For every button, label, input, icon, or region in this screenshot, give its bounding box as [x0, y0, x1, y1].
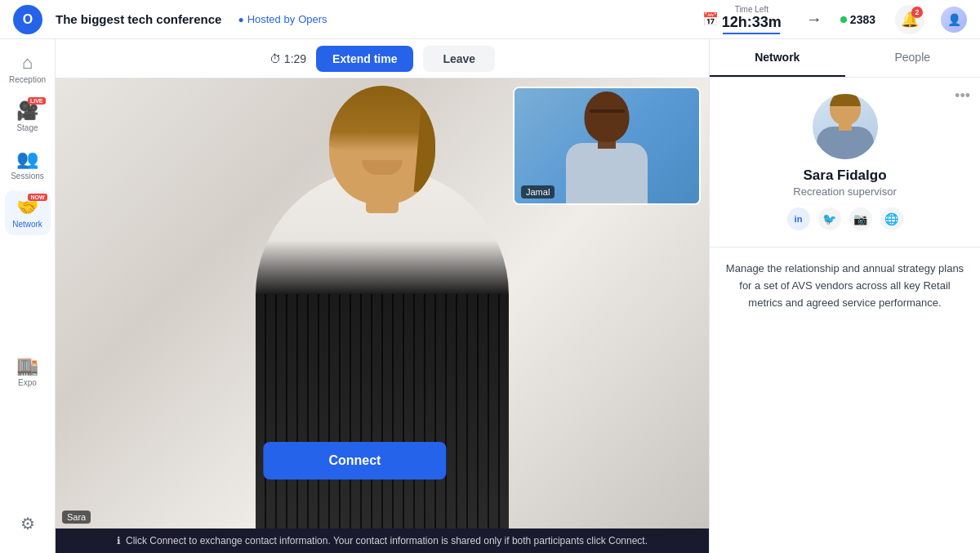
- connect-button[interactable]: Connect: [263, 442, 446, 479]
- time-value: 12h:33m: [722, 14, 782, 31]
- timer-display: ⏱ 1:29: [270, 52, 306, 65]
- app-logo[interactable]: O: [13, 5, 42, 34]
- sidebar-item-bottom1[interactable]: ⚙: [5, 507, 51, 540]
- timer-icon: ⏱: [270, 52, 281, 65]
- calendar-icon: 📅: [702, 11, 719, 27]
- sidebar-item-network[interactable]: NOW 🤝 Network: [5, 190, 51, 235]
- expo-icon: 🏬: [16, 355, 38, 377]
- video-container: Sara: [56, 78, 709, 528]
- sidebar-item-stage[interactable]: LIVE 🎥 Stage: [5, 94, 51, 139]
- panel-tabs: Network People: [710, 39, 980, 78]
- profile-card: ••• Sara Fidal: [710, 78, 980, 248]
- hosted-by: ● Hosted by Opers: [238, 13, 327, 25]
- calendar-section: 📅 Time Left 12h:33m: [702, 5, 788, 34]
- timer-value: 1:29: [284, 52, 306, 65]
- website-link[interactable]: 🌐: [880, 207, 903, 230]
- online-count: 2383: [840, 13, 875, 26]
- left-sidebar: ⌂ Reception LIVE 🎥 Stage 👥 Sessions NOW …: [0, 39, 56, 553]
- profile-more-button[interactable]: •••: [955, 87, 970, 105]
- host-icon: ●: [238, 14, 243, 25]
- online-dot: [840, 16, 847, 23]
- jamal-label: Jamal: [521, 185, 555, 198]
- sara-label: Sara: [62, 511, 91, 524]
- profile-avatar: [813, 94, 878, 159]
- notification-badge: 2: [911, 7, 923, 18]
- leave-button[interactable]: Leave: [423, 46, 495, 72]
- info-text: Click Connect to exchange contact inform…: [126, 535, 648, 546]
- sidebar-item-expo[interactable]: 🏬 Expo: [5, 349, 51, 394]
- notification-button[interactable]: 🔔 2: [895, 5, 924, 34]
- connect-overlay: Connect: [263, 442, 446, 479]
- right-panel: Network People •••: [709, 39, 980, 553]
- twitter-link[interactable]: 🐦: [818, 207, 841, 230]
- reception-icon: ⌂: [22, 52, 33, 74]
- profile-name: Sara Fidalgo: [803, 167, 886, 184]
- live-badge: LIVE: [28, 97, 46, 105]
- sidebar-label-network: Network: [12, 220, 42, 229]
- profile-bio: Manage the relationship and annual strat…: [710, 248, 980, 324]
- video-top-bar: ⏱ 1:29 Extend time Leave: [56, 39, 709, 78]
- main-layout: ⌂ Reception LIVE 🎥 Stage 👥 Sessions NOW …: [0, 39, 980, 553]
- instagram-link[interactable]: 📷: [849, 207, 872, 230]
- exit-icon[interactable]: →: [806, 10, 822, 29]
- sidebar-item-reception[interactable]: ⌂ Reception: [5, 46, 51, 91]
- sidebar-label-reception: Reception: [9, 75, 46, 84]
- extend-time-button[interactable]: Extend time: [316, 46, 413, 72]
- main-video: Sara: [56, 78, 709, 528]
- sidebar-label-sessions: Sessions: [11, 172, 44, 181]
- time-left-section: Time Left 12h:33m: [722, 5, 782, 34]
- sidebar-label-stage: Stage: [16, 123, 38, 132]
- now-badge: NOW: [28, 194, 47, 201]
- sidebar-item-sessions[interactable]: 👥 Sessions: [5, 142, 51, 187]
- profile-role: Recreation supervisor: [793, 185, 896, 198]
- tab-network[interactable]: Network: [710, 39, 845, 77]
- sidebar-label-expo: Expo: [18, 378, 37, 387]
- jamal-video: Jamal: [513, 87, 701, 205]
- event-title: The biggest tech conference: [56, 12, 221, 26]
- social-links: in 🐦 📷 🌐: [787, 207, 903, 230]
- linkedin-link[interactable]: in: [787, 207, 810, 230]
- top-nav: O The biggest tech conference ● Hosted b…: [0, 0, 980, 39]
- info-icon: ℹ: [117, 535, 121, 546]
- time-label: Time Left: [735, 5, 768, 14]
- tab-people[interactable]: People: [845, 39, 981, 77]
- user-avatar[interactable]: 👤: [941, 7, 967, 33]
- video-area: ⏱ 1:29 Extend time Leave: [56, 39, 709, 553]
- sessions-icon: 👥: [16, 149, 38, 170]
- profile-avatar-container: [813, 94, 878, 159]
- info-bar: ℹ Click Connect to exchange contact info…: [56, 528, 709, 553]
- gear-icon: ⚙: [20, 514, 35, 533]
